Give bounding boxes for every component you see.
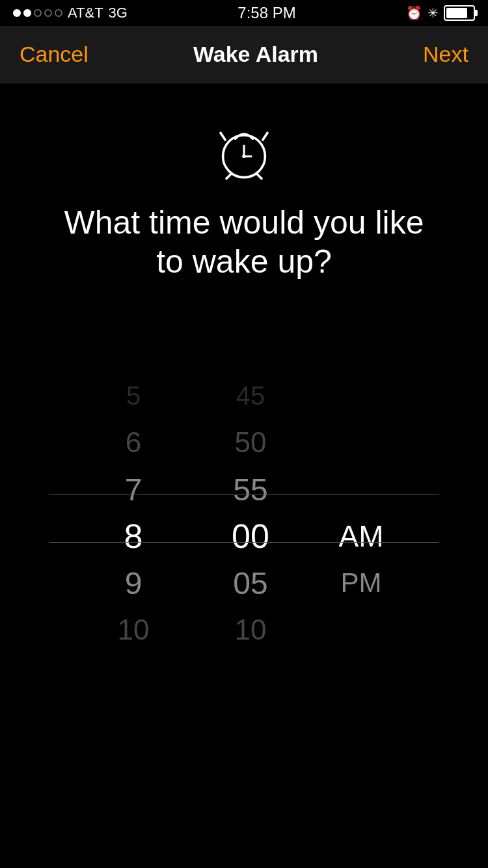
cancel-button[interactable]: Cancel xyxy=(20,42,88,67)
hour-item[interactable]: 10 xyxy=(75,606,192,653)
bluetooth-icon: ✳ xyxy=(427,5,439,21)
battery-fill xyxy=(446,8,467,18)
nav-bar: Cancel Wake Alarm Next xyxy=(0,26,488,83)
hour-item[interactable]: 11 xyxy=(75,653,192,665)
ampm-spacer xyxy=(309,606,413,653)
network-type-label: 3G xyxy=(109,5,128,21)
hours-picker[interactable]: 567891011 xyxy=(75,372,192,665)
status-right: ⏰ ✳ xyxy=(406,5,475,21)
main-content: What time would you like to wake up? 567… xyxy=(0,83,488,665)
carrier-label: AT&T xyxy=(68,5,103,21)
signal-dot-1 xyxy=(13,9,21,17)
signal-dot-3 xyxy=(34,9,42,17)
ampm-picker[interactable]: AMPM xyxy=(309,372,413,665)
status-bar: AT&T 3G 7:58 PM ⏰ ✳ xyxy=(0,0,488,26)
ampm-spacer xyxy=(309,466,413,513)
minute-item[interactable]: 50 xyxy=(192,419,309,466)
next-button[interactable]: Next xyxy=(423,42,468,67)
svg-line-2 xyxy=(221,133,225,140)
battery-icon xyxy=(444,5,475,21)
svg-line-1 xyxy=(257,174,262,178)
picker-columns: 567891011 45505500051015 AMPM xyxy=(0,372,488,665)
minute-item[interactable]: 10 xyxy=(192,606,309,653)
svg-line-3 xyxy=(263,133,267,140)
time-picker[interactable]: 567891011 45505500051015 AMPM xyxy=(0,372,488,665)
hour-item[interactable]: 5 xyxy=(75,372,192,419)
page-title: Wake Alarm xyxy=(193,42,318,67)
minute-item[interactable]: 45 xyxy=(192,372,309,419)
status-left: AT&T 3G xyxy=(13,5,128,21)
signal-dot-4 xyxy=(44,9,52,17)
status-time: 7:58 PM xyxy=(237,4,295,22)
ampm-spacer xyxy=(309,653,413,665)
minute-item[interactable]: 55 xyxy=(192,466,309,513)
ampm-spacer xyxy=(309,419,413,466)
svg-line-0 xyxy=(226,174,231,178)
question-text: What time would you like to wake up? xyxy=(62,203,426,281)
hour-item[interactable]: 6 xyxy=(75,419,192,466)
alarm-status-icon: ⏰ xyxy=(406,5,422,21)
ampm-item[interactable]: AM xyxy=(309,513,413,560)
signal-strength xyxy=(13,9,62,17)
minute-item[interactable]: 15 xyxy=(192,653,309,665)
hour-item[interactable]: 9 xyxy=(75,560,192,606)
ampm-spacer xyxy=(309,372,413,419)
svg-point-7 xyxy=(242,155,245,158)
hour-item[interactable]: 8 xyxy=(75,513,192,560)
signal-dot-5 xyxy=(55,9,62,17)
signal-dot-2 xyxy=(23,9,31,17)
alarm-icon-container xyxy=(215,122,273,183)
ampm-item[interactable]: PM xyxy=(309,560,413,606)
minute-item[interactable]: 00 xyxy=(192,513,309,560)
alarm-clock-icon xyxy=(215,122,273,181)
hour-item[interactable]: 7 xyxy=(75,466,192,513)
minutes-picker[interactable]: 45505500051015 xyxy=(192,372,309,665)
minute-item[interactable]: 05 xyxy=(192,560,309,606)
